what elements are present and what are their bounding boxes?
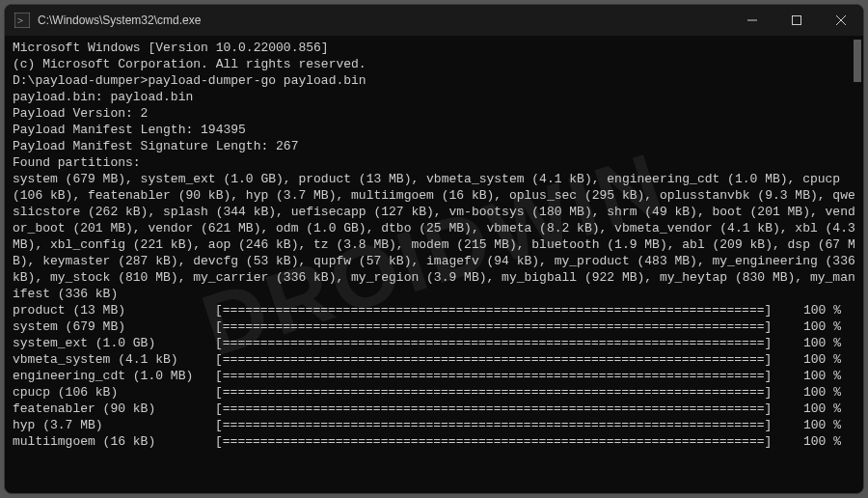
- progress-name: cpucp (106 kB): [13, 384, 215, 401]
- progress-row: system_ext (1.0 GB)[====================…: [13, 335, 855, 351]
- progress-row: engineering_cdt (1.0 MB)[===============…: [13, 368, 855, 384]
- progress-row: vbmeta_system (4.1 kB)[=================…: [13, 351, 855, 368]
- progress-percent: 100 %: [798, 368, 855, 384]
- progress-name: system_ext (1.0 GB): [13, 335, 215, 351]
- minimize-button[interactable]: [730, 5, 774, 36]
- progress-bar: [=======================================…: [215, 318, 798, 335]
- progress-bar: [=======================================…: [215, 401, 798, 417]
- progress-percent: 100 %: [798, 433, 855, 450]
- terminal-viewport: Microsoft Windows [Version 10.0.22000.85…: [5, 36, 863, 493]
- output-line: (c) Microsoft Corporation. All rights re…: [13, 56, 855, 72]
- progress-percent: 100 %: [798, 417, 855, 433]
- maximize-button[interactable]: [774, 5, 819, 36]
- progress-bar: [=======================================…: [215, 368, 798, 384]
- progress-bar: [=======================================…: [215, 384, 798, 401]
- progress-name: system (679 MB): [13, 318, 215, 335]
- progress-name: featenabler (90 kB): [13, 401, 215, 417]
- cmd-icon: >: [14, 13, 30, 28]
- progress-row: multiimgoem (16 kB)[====================…: [13, 433, 855, 450]
- progress-row: system (679 MB)[========================…: [13, 318, 855, 335]
- progress-name: vbmeta_system (4.1 kB): [13, 351, 215, 368]
- scrollbar-thumb[interactable]: [854, 40, 861, 82]
- progress-bar: [=======================================…: [215, 302, 798, 318]
- progress-percent: 100 %: [798, 351, 855, 368]
- progress-row: hyp (3.7 MB)[===========================…: [13, 417, 855, 433]
- output-line: Microsoft Windows [Version 10.0.22000.85…: [13, 40, 855, 56]
- partitions-list: system (679 MB), system_ext (1.0 GB), pr…: [13, 171, 855, 302]
- progress-name: engineering_cdt (1.0 MB): [13, 368, 215, 384]
- cmd-window: > C:\Windows\System32\cmd.exe Microsoft …: [4, 4, 864, 494]
- progress-percent: 100 %: [798, 318, 855, 335]
- svg-text:>: >: [17, 14, 23, 26]
- output-line: Payload Version: 2: [13, 105, 855, 122]
- output-line: Payload Manifest Signature Length: 267: [13, 138, 855, 154]
- progress-bar: [=======================================…: [215, 335, 798, 351]
- svg-rect-3: [793, 16, 801, 25]
- titlebar[interactable]: > C:\Windows\System32\cmd.exe: [5, 5, 863, 36]
- progress-row: product (13 MB)[========================…: [13, 302, 855, 318]
- progress-percent: 100 %: [798, 302, 855, 318]
- progress-percent: 100 %: [798, 384, 855, 401]
- progress-bar: [=======================================…: [215, 351, 798, 368]
- window-title: C:\Windows\System32\cmd.exe: [38, 14, 730, 27]
- terminal-output[interactable]: Microsoft Windows [Version 10.0.22000.85…: [5, 36, 863, 493]
- progress-bar: [=======================================…: [215, 433, 798, 450]
- progress-row: featenabler (90 kB)[====================…: [13, 401, 855, 417]
- output-line: D:\payload-dumper>payload-dumper-go payl…: [13, 72, 855, 89]
- progress-bar: [=======================================…: [215, 417, 798, 433]
- close-button[interactable]: [819, 5, 863, 36]
- progress-name: hyp (3.7 MB): [13, 417, 215, 433]
- progress-name: multiimgoem (16 kB): [13, 433, 215, 450]
- progress-row: cpucp (106 kB)[=========================…: [13, 384, 855, 401]
- output-line: payload.bin: payload.bin: [13, 89, 855, 105]
- progress-name: product (13 MB): [13, 302, 215, 318]
- output-line: Payload Manifest Length: 194395: [13, 122, 855, 138]
- progress-percent: 100 %: [798, 401, 855, 417]
- progress-percent: 100 %: [798, 335, 855, 351]
- window-controls: [730, 5, 863, 36]
- output-line: Found partitions:: [13, 154, 855, 171]
